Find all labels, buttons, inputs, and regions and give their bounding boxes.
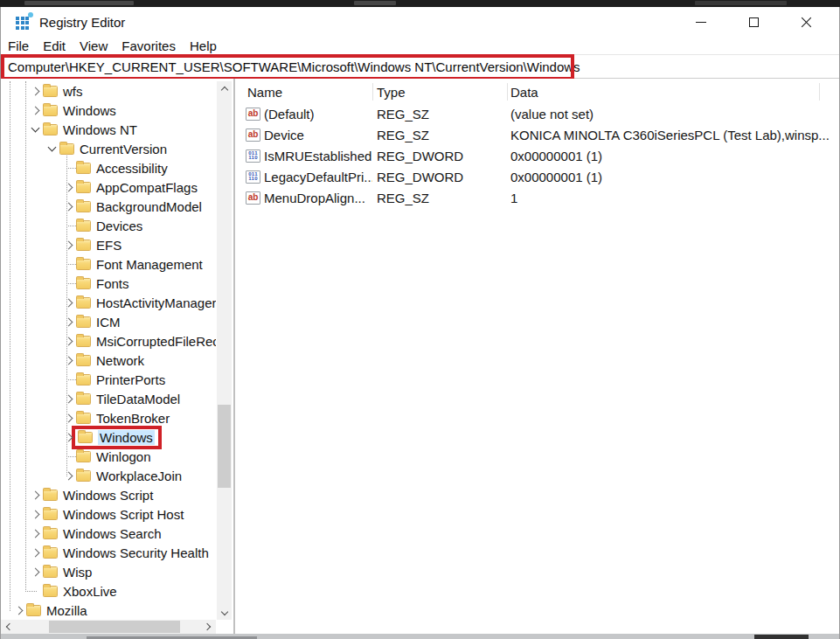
chevron-slot: [30, 492, 41, 498]
title-bar: Registry Editor: [1, 7, 839, 37]
close-button[interactable]: [780, 7, 832, 37]
column-separator[interactable]: [507, 83, 508, 101]
minimize-button[interactable]: [675, 7, 727, 37]
tree-item-label: Fonts: [96, 276, 129, 291]
folder-icon: [43, 124, 58, 135]
tree-item-backgroundmodel[interactable]: BackgroundModel: [1, 197, 216, 216]
column-header-type[interactable]: Type: [372, 85, 507, 100]
chevron-right-icon[interactable]: [65, 298, 73, 307]
tree-item-windows-nt[interactable]: Windows NT: [1, 120, 216, 139]
column-header-data[interactable]: Data: [507, 85, 839, 100]
chevron-right-icon[interactable]: [31, 106, 40, 115]
tree-item-winlogon[interactable]: Winlogon: [1, 447, 216, 466]
tree-item-label: Windows Search: [63, 526, 162, 541]
chevron-down-icon[interactable]: [31, 123, 40, 132]
menu-edit[interactable]: Edit: [43, 38, 73, 53]
chevron-right-icon[interactable]: [31, 567, 40, 576]
address-bar[interactable]: Computer\HKEY_CURRENT_USER\SOFTWARE\Micr…: [1, 54, 839, 79]
tree-item-label: Wisp: [63, 565, 92, 580]
tree-item-wfs[interactable]: wfs: [1, 81, 216, 101]
tree-item-appcompatflags[interactable]: AppCompatFlags: [1, 177, 216, 197]
tree-item-label: Windows Security Health: [63, 545, 209, 560]
tree-item-devices[interactable]: Devices: [1, 216, 216, 235]
chevron-right-icon[interactable]: [31, 510, 40, 518]
menu-favorites[interactable]: Favorites: [121, 38, 184, 53]
chevron-slot: [63, 300, 74, 306]
registry-value-row[interactable]: abMenuDropAlign...REG_SZ1: [235, 187, 839, 208]
column-separator[interactable]: [372, 83, 373, 101]
tree-item-label: AppCompatFlags: [96, 180, 198, 195]
tree-item-tiledatamodel[interactable]: TileDataModel: [1, 389, 216, 408]
tree-items: wfsWindowsWindows NTCurrentVersionAccess…: [1, 81, 216, 620]
value-data-cell: 0x00000001 (1): [507, 170, 839, 184]
chevron-right-icon[interactable]: [65, 202, 73, 211]
tree-item-label: Devices: [96, 219, 142, 233]
chevron-down-icon[interactable]: [48, 142, 57, 151]
chevron-right-icon[interactable]: [65, 240, 73, 249]
list-header: Name Type Data: [235, 80, 839, 103]
tree-item-mozilla[interactable]: Mozilla: [1, 601, 216, 620]
horizontal-scroll-thumb[interactable]: [49, 621, 180, 633]
column-separator[interactable]: [819, 83, 820, 101]
value-data-cell: (value not set): [507, 107, 839, 122]
chevron-right-icon[interactable]: [65, 317, 73, 326]
tree-item-windows-security-health[interactable]: Windows Security Health: [1, 543, 216, 562]
chevron-right-icon[interactable]: [65, 471, 73, 480]
tree-horizontal-scrollbar[interactable]: [1, 620, 216, 634]
folder-icon: [43, 566, 58, 578]
tree-vertical-scrollbar[interactable]: [217, 81, 232, 620]
tree-item-wisp[interactable]: Wisp: [1, 562, 216, 581]
vertical-scroll-thumb[interactable]: [218, 405, 231, 488]
tree-item-xboxlive[interactable]: XboxLive: [1, 581, 216, 601]
tree-item-windows-script-host[interactable]: Windows Script Host: [1, 504, 216, 524]
tree-item-fonts[interactable]: Fonts: [1, 274, 216, 293]
chevron-right-icon[interactable]: [65, 394, 73, 403]
registry-value-row[interactable]: ab(Default)REG_SZ(value not set): [235, 103, 839, 124]
scroll-right-button[interactable]: [202, 620, 216, 634]
maximize-button[interactable]: [727, 7, 780, 37]
tree-item-msicorruptedfilerec[interactable]: MsiCorruptedFileRec: [1, 331, 216, 351]
chevron-right-icon[interactable]: [65, 337, 73, 345]
address-path[interactable]: Computer\HKEY_CURRENT_USER\SOFTWARE\Micr…: [8, 59, 580, 74]
chevron-right-icon[interactable]: [31, 529, 40, 538]
registry-tree-pane: wfsWindowsWindows NTCurrentVersionAccess…: [1, 79, 235, 634]
menu-help[interactable]: Help: [190, 38, 225, 53]
tree-item-windows[interactable]: Windows: [1, 427, 216, 447]
chevron-right-icon[interactable]: [65, 356, 73, 365]
folder-icon: [76, 470, 91, 482]
menu-file[interactable]: File: [8, 38, 37, 53]
tree-item-efs[interactable]: EFS: [1, 235, 216, 254]
registry-value-row[interactable]: abDeviceREG_SZKONICA MINOLTA C360iSeries…: [235, 124, 839, 145]
chevron-right-icon[interactable]: [65, 413, 73, 422]
tree-item-windows[interactable]: Windows: [1, 101, 216, 120]
tree-item-windows-script[interactable]: Windows Script: [1, 485, 216, 504]
menu-view[interactable]: View: [80, 38, 115, 53]
chevron-right-icon[interactable]: [65, 183, 73, 191]
string-value-icon: ab: [246, 191, 260, 205]
chevron-right-icon[interactable]: [31, 87, 40, 95]
chevron-right-icon[interactable]: [31, 490, 40, 499]
chevron-slot: [30, 511, 41, 517]
tree-item-windows-search[interactable]: Windows Search: [1, 524, 216, 543]
scroll-down-button[interactable]: [217, 607, 232, 620]
column-header-name[interactable]: Name: [235, 85, 372, 100]
chevron-right-icon[interactable]: [15, 606, 24, 615]
folder-icon: [76, 182, 91, 193]
registry-value-row[interactable]: 011110IsMRUEstablishedREG_DWORD0x0000000…: [235, 145, 839, 166]
chevron-right-icon[interactable]: [31, 548, 40, 557]
tree-item-icm[interactable]: ICM: [1, 312, 216, 331]
tree-item-currentversion[interactable]: CurrentVersion: [1, 139, 216, 158]
scroll-up-button[interactable]: [217, 81, 232, 94]
bottom-edge-strip: [1, 634, 839, 639]
chevron-up-icon: [220, 86, 227, 93]
scroll-left-button[interactable]: [1, 620, 15, 634]
registry-value-row[interactable]: 011110LegacyDefaultPri...REG_DWORD0x0000…: [235, 166, 839, 187]
tree-item-printerports[interactable]: PrinterPorts: [1, 370, 216, 389]
tree-item-hostactivitymanager[interactable]: HostActivityManager: [1, 293, 216, 312]
tree-item-accessibility[interactable]: Accessibility: [1, 158, 216, 177]
tree-item-label: Windows Script Host: [63, 507, 184, 522]
value-type-cell: REG_DWORD: [372, 170, 507, 184]
tree-item-font-management[interactable]: Font Management: [1, 254, 216, 274]
tree-item-network[interactable]: Network: [1, 351, 216, 370]
tree-item-workplacejoin[interactable]: WorkplaceJoin: [1, 466, 216, 485]
